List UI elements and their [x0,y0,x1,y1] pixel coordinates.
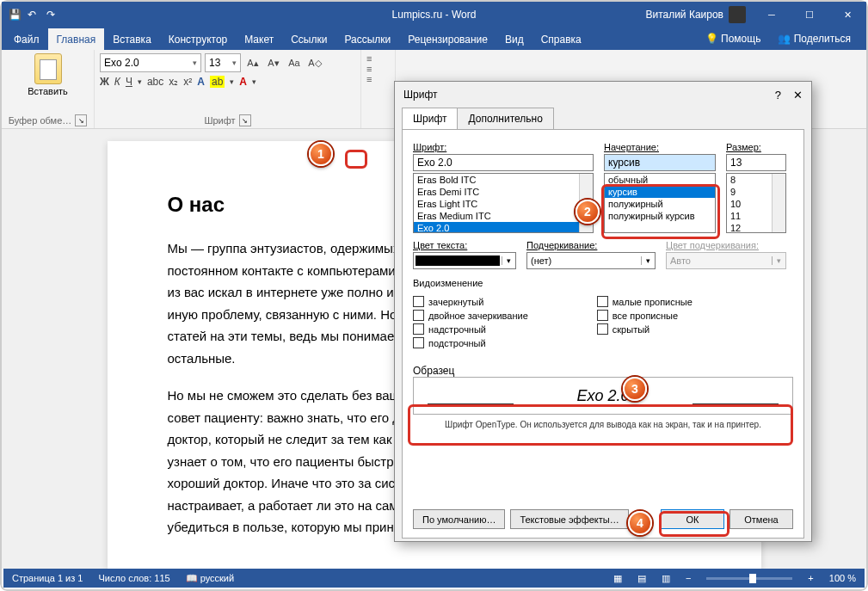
checkbox-subscript[interactable]: подстрочный [413,337,528,348]
underline-combo[interactable]: (нет)▾ [526,252,656,269]
clear-format-icon[interactable]: A◇ [306,54,323,71]
status-page[interactable]: Страница 1 из 1 [12,573,83,583]
checkbox-superscript[interactable]: надстрочный [413,323,528,335]
preview-hint: Шрифт OpenType. Он используется для выво… [413,420,793,429]
shrink-font-icon[interactable]: A▾ [265,54,282,71]
font-launcher[interactable]: ↘ [239,114,251,126]
list-item[interactable]: Eras Light ITC [414,198,593,210]
tab-references[interactable]: Ссылки [282,28,336,50]
ok-button[interactable]: ОК [661,509,724,529]
window-close[interactable]: ✕ [828,2,866,28]
subscript-button[interactable]: x₂ [169,76,178,88]
change-case-icon[interactable]: Aa [286,54,303,71]
font-listbox[interactable]: Eras Bold ITC Eras Demi ITC Eras Light I… [413,173,594,233]
checkbox-strikethrough[interactable]: зачеркнутый [413,296,528,307]
view-web-icon[interactable]: ▥ [662,573,670,584]
label-style: Начертание: [604,142,716,152]
tab-insert[interactable]: Вставка [104,28,160,50]
effects-group-label: Видоизменение [413,278,793,288]
size-listbox[interactable]: 8 9 10 11 12 [726,173,786,233]
list-item[interactable]: полужирный курсив [605,210,715,222]
zoom-in[interactable]: + [808,573,813,583]
dialog-tab-font[interactable]: Шрифт [402,108,458,129]
preview-box: Exo 2.0 [413,377,793,415]
undo-icon[interactable]: ↶ [28,9,40,21]
tab-layout[interactable]: Макет [236,28,282,50]
grow-font-icon[interactable]: A▴ [244,54,262,71]
user-name: Виталий Каиров [645,9,723,21]
label-font: Шрифт: [413,142,594,152]
zoom-level[interactable]: 100 % [829,573,856,583]
size-input[interactable] [726,154,786,171]
status-lang[interactable]: 📖 русский [186,573,235,584]
label-underline: Подчеркивание: [526,240,656,250]
tab-design[interactable]: Конструктор [160,28,236,50]
italic-button[interactable]: К [114,76,120,88]
titlebar: 💾 ↶ ↷ Lumpics.ru - Word Виталий Каиров ─… [2,2,866,28]
checkbox-hidden[interactable]: скрытый [597,323,693,335]
bullets-icon[interactable]: ≡ [366,53,390,64]
font-group-label: Шрифт [204,115,235,126]
label-size: Размер: [726,142,786,152]
numbering-icon[interactable]: ≡ [366,64,390,74]
tab-file[interactable]: Файл [5,28,48,50]
text-effects-button[interactable]: Текстовые эффекты… [510,509,628,529]
tab-view[interactable]: Вид [496,28,532,50]
autosave-icon[interactable]: 💾 [9,9,21,21]
tab-home[interactable]: Главная [48,28,105,50]
app-title: Lumpics.ru - Word [392,9,477,21]
dialog-title: Шрифт [403,89,437,101]
paste-button[interactable]: Вставить [7,53,89,96]
zoom-out[interactable]: − [686,573,691,583]
dialog-tab-advanced[interactable]: Дополнительно [457,108,553,129]
list-item[interactable]: курсив [605,186,715,198]
view-read-icon[interactable]: ▦ [613,573,622,584]
multilevel-icon[interactable]: ≡ [366,74,390,84]
text-effects-icon[interactable]: A [197,76,205,88]
underline-color-combo: Авто▾ [666,252,786,269]
dialog-help-icon[interactable]: ? [775,89,781,102]
list-item[interactable]: Eras Medium ITC [414,210,593,222]
list-item[interactable]: Eras Demi ITC [414,186,593,198]
redo-icon[interactable]: ↷ [46,9,58,21]
preview-label: Образец [413,365,793,377]
style-listbox[interactable]: обычный курсив полужирный полужирный кур… [604,173,716,233]
statusbar: Страница 1 из 1 Число слов: 115 📖 русски… [3,569,865,588]
highlight-icon[interactable]: ab [210,76,225,88]
set-default-button[interactable]: По умолчанию… [413,509,505,529]
view-print-icon[interactable]: ▤ [637,573,646,584]
clipboard-launcher[interactable]: ↘ [75,114,87,126]
tab-mailings[interactable]: Рассылки [336,28,399,50]
font-input[interactable] [413,154,594,171]
tell-me[interactable]: 💡 Помощь [699,28,768,50]
tab-help[interactable]: Справка [532,28,590,50]
zoom-slider[interactable] [706,577,792,580]
status-words[interactable]: Число слов: 115 [98,573,169,583]
list-item[interactable]: полужирный [605,198,715,210]
font-size-combo[interactable]: 13▾ [205,53,241,72]
window-minimize[interactable]: ─ [753,2,791,28]
style-input[interactable] [604,154,716,171]
checkbox-smallcaps[interactable]: малые прописные [597,296,693,307]
font-color-icon[interactable]: A [239,76,247,88]
checkbox-double-strike[interactable]: двойное зачеркивание [413,310,528,321]
checkbox-allcaps[interactable]: все прописные [597,310,693,321]
superscript-button[interactable]: x² [183,76,192,88]
font-name-combo[interactable]: Exo 2.0▾ [100,53,201,72]
dialog-close-icon[interactable]: ✕ [793,89,803,102]
bold-button[interactable]: Ж [100,76,109,88]
strike-button[interactable]: abc [147,76,163,88]
scrollbar[interactable] [772,174,785,232]
list-item[interactable]: Exo 2.0 [414,222,593,233]
underline-button[interactable]: Ч [126,76,132,88]
list-item[interactable]: Eras Bold ITC [414,174,593,186]
avatar[interactable] [729,6,746,23]
font-color-combo[interactable]: ▾ [413,252,516,269]
tab-review[interactable]: Рецензирование [399,28,496,50]
list-item[interactable]: обычный [605,174,715,186]
marker-3: 3 [623,377,647,401]
window-maximize[interactable]: ☐ [791,2,828,28]
ribbon-tabs: Файл Главная Вставка Конструктор Макет С… [2,28,866,50]
share-button[interactable]: 👥 Поделиться [771,28,858,50]
cancel-button[interactable]: Отмена [729,509,793,529]
